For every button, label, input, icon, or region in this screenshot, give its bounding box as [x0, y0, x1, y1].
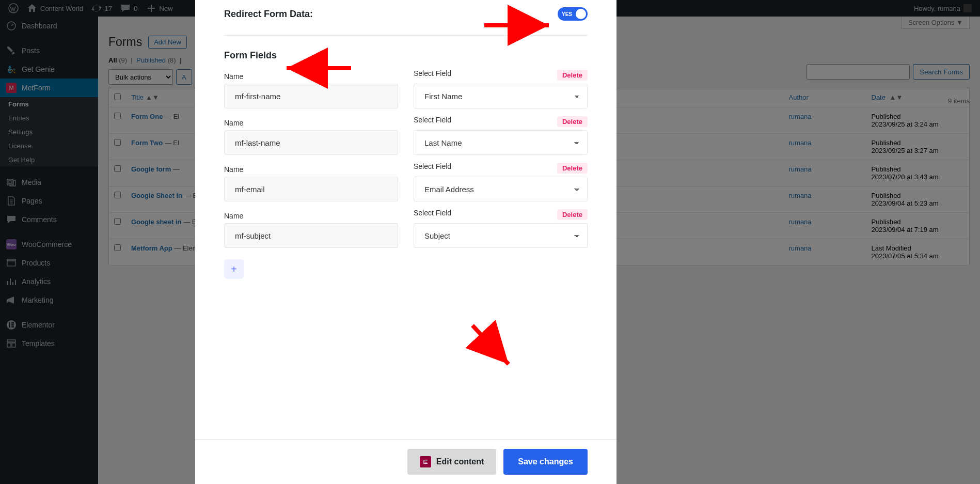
- field-name-input[interactable]: [224, 177, 398, 201]
- select-field-dropdown[interactable]: Last Name: [414, 130, 588, 155]
- delete-field-button[interactable]: Delete: [557, 70, 588, 81]
- toggle-knob: [576, 9, 586, 19]
- redirect-toggle[interactable]: YES: [558, 7, 588, 21]
- add-field-button[interactable]: +: [224, 259, 244, 279]
- field-name-input[interactable]: [224, 223, 398, 248]
- delete-field-button[interactable]: Delete: [557, 209, 588, 220]
- form-settings-modal: Redirect Form Data: YES Form Fields Name…: [195, 0, 617, 484]
- name-label: Name: [224, 165, 398, 174]
- field-name-input[interactable]: [224, 84, 398, 108]
- select-field-label: Select Field: [414, 116, 451, 124]
- select-field-label: Select Field: [414, 209, 451, 217]
- select-field-dropdown[interactable]: Email Address: [414, 177, 588, 201]
- modal-footer: IΞ Edit content Save changes: [195, 439, 617, 484]
- delete-field-button[interactable]: Delete: [557, 163, 588, 174]
- field-name-input[interactable]: [224, 130, 398, 155]
- select-field-dropdown[interactable]: First Name: [414, 84, 588, 108]
- save-changes-button[interactable]: Save changes: [503, 449, 588, 475]
- select-field-label: Select Field: [414, 162, 451, 170]
- delete-field-button[interactable]: Delete: [557, 116, 588, 127]
- form-field-row: Name Select Field Delete Email Address: [224, 162, 588, 201]
- redirect-form-data-label: Redirect Form Data:: [224, 9, 313, 20]
- form-field-row: Name Select Field Delete Last Name: [224, 116, 588, 155]
- name-label: Name: [224, 72, 398, 81]
- select-field-dropdown[interactable]: Subject: [414, 223, 588, 248]
- toggle-yes-label: YES: [562, 11, 572, 17]
- elementor-badge-icon: IΞ: [420, 456, 431, 467]
- form-fields-title: Form Fields: [224, 50, 588, 61]
- form-field-row: Name Select Field Delete First Name: [224, 69, 588, 108]
- name-label: Name: [224, 212, 398, 220]
- name-label: Name: [224, 119, 398, 127]
- form-field-row: Name Select Field Delete Subject: [224, 209, 588, 248]
- select-field-label: Select Field: [414, 69, 451, 77]
- edit-content-button[interactable]: IΞ Edit content: [407, 449, 496, 475]
